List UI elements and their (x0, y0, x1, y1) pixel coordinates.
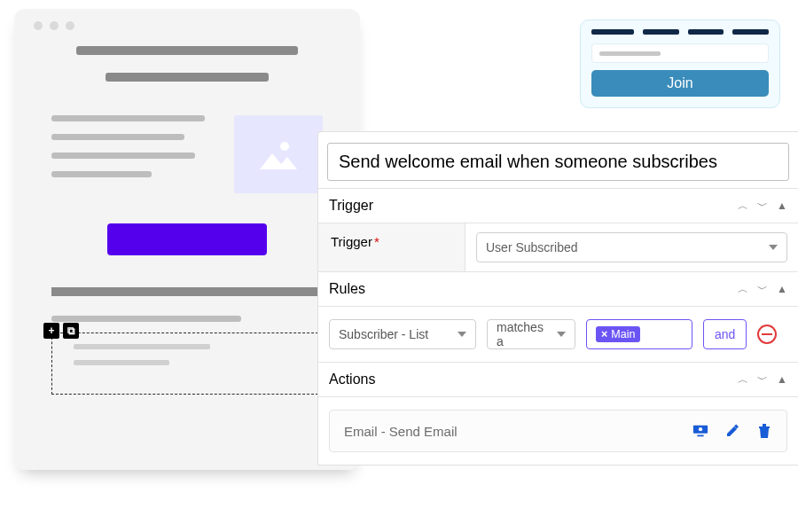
tag-pill[interactable]: × Main (596, 326, 640, 342)
add-block-handle[interactable]: + (43, 323, 59, 339)
move-down-icon[interactable]: ﹀ (757, 372, 768, 387)
move-down-icon[interactable]: ﹀ (757, 199, 768, 214)
rule-value-input[interactable]: × Main (586, 319, 692, 349)
collapse-icon[interactable]: ▲ (777, 200, 787, 212)
svg-rect-6 (763, 424, 766, 426)
edit-icon[interactable] (724, 423, 740, 439)
cta-button[interactable] (107, 223, 267, 255)
image-placeholder (234, 115, 323, 193)
ph-line (51, 153, 195, 159)
move-down-icon[interactable]: ﹀ (757, 282, 768, 297)
automation-title-input[interactable]: Send welcome email when someone subscrib… (327, 143, 789, 181)
preview-icon[interactable] (692, 423, 708, 439)
move-block-handle[interactable]: ⧉ (63, 323, 79, 339)
editor-body: + ⧉ (34, 46, 340, 395)
widget-header-ph (591, 29, 769, 35)
image-icon (258, 137, 299, 171)
move-up-icon[interactable]: ︿ (738, 372, 748, 387)
traffic-dot (34, 21, 43, 30)
traffic-dot (66, 21, 74, 30)
section-heading: Trigger (329, 198, 373, 214)
rule-operator-select[interactable]: matches a (487, 319, 575, 349)
action-item-label: Email - Send Email (344, 424, 458, 439)
delete-icon[interactable] (756, 423, 772, 439)
move-up-icon[interactable]: ︿ (738, 282, 748, 297)
trigger-section: Trigger ︿ ﹀ ▲ Trigger* User Subscribed (318, 188, 798, 271)
ph-line (51, 171, 152, 177)
chevron-down-icon (458, 332, 466, 337)
remove-rule-button[interactable] (757, 325, 777, 344)
action-item: Email - Send Email (329, 410, 787, 452)
drop-zone[interactable]: + ⧉ (51, 332, 323, 395)
svg-rect-3 (697, 435, 703, 437)
chevron-down-icon (557, 332, 566, 337)
rule-field-select[interactable]: Subscriber - List (329, 319, 476, 349)
chevron-down-icon (769, 245, 778, 250)
collapse-icon[interactable]: ▲ (777, 373, 787, 386)
ph-line (74, 360, 169, 365)
move-up-icon[interactable]: ︿ (738, 199, 748, 214)
ph-divider (51, 287, 323, 296)
join-button[interactable]: Join (591, 70, 769, 97)
email-field[interactable] (591, 43, 769, 63)
ph-line (51, 316, 241, 322)
collapse-icon[interactable]: ▲ (777, 283, 787, 295)
trigger-select[interactable]: User Subscribed (476, 232, 787, 262)
ph-line (74, 344, 210, 349)
actions-section: Actions ︿ ﹀ ▲ Email - Send Email (318, 362, 798, 465)
section-heading: Rules (329, 281, 365, 297)
editor-window: + ⧉ (14, 9, 360, 470)
svg-point-2 (699, 427, 702, 431)
subscribe-widget: Join (580, 20, 780, 108)
automation-panel: Send welcome email when someone subscrib… (317, 131, 798, 466)
section-heading: Actions (329, 372, 375, 387)
trigger-select-value: User Subscribed (486, 240, 578, 254)
trigger-field-label: Trigger* (318, 223, 466, 271)
ph-line (51, 134, 184, 140)
traffic-dot (50, 21, 59, 30)
ph-heading (76, 46, 299, 55)
window-traffic-lights (34, 21, 340, 30)
ph-line (51, 115, 205, 121)
ph-subheading (106, 73, 269, 82)
rules-section: Rules ︿ ﹀ ▲ Subscriber - List matches a (318, 271, 798, 362)
add-and-condition-button[interactable]: and (703, 319, 747, 349)
ph-line (599, 51, 661, 56)
svg-rect-5 (759, 426, 770, 428)
svg-point-0 (280, 142, 289, 151)
